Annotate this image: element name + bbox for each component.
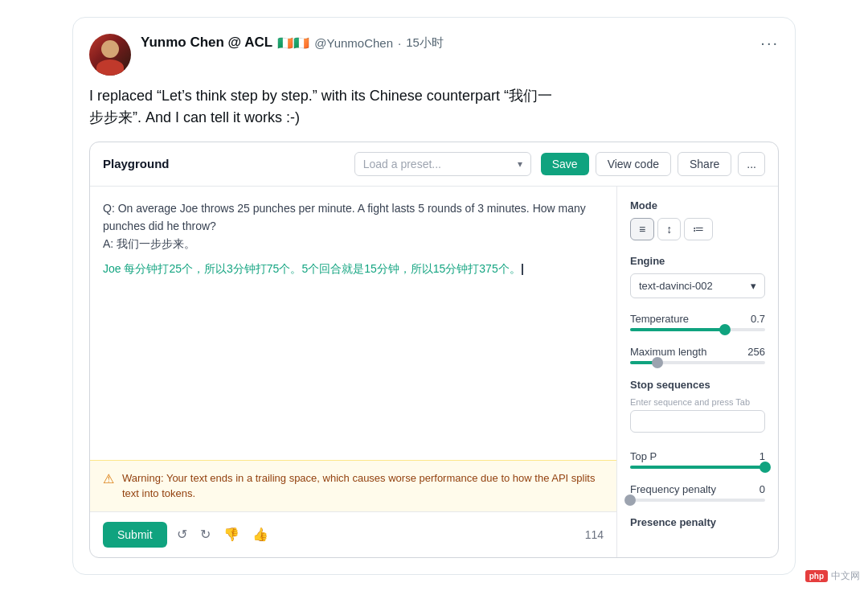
view-code-button[interactable]: View code — [596, 152, 671, 176]
temperature-row: Temperature 0.7 — [630, 313, 765, 325]
token-count: 114 — [585, 528, 604, 541]
php-logo: php — [805, 570, 828, 582]
top-p-label: Top P — [630, 450, 657, 462]
engine-section: Engine text-davinci-002 ▾ — [630, 255, 765, 298]
tweet-text: I replaced “Let’s think step by step.” w… — [89, 85, 779, 129]
avatar — [89, 34, 131, 76]
max-length-row: Maximum length 256 — [630, 346, 765, 358]
top-p-section: Top P 1 — [630, 450, 765, 469]
frequency-penalty-section: Frequency penalty 0 — [630, 483, 765, 502]
tweet-more-button[interactable]: ··· — [760, 34, 779, 52]
share-button[interactable]: Share — [678, 152, 731, 176]
engine-select[interactable]: text-davinci-002 ▾ — [630, 273, 765, 298]
watermark: php 中文网 — [805, 569, 860, 583]
engine-label: Engine — [630, 255, 765, 267]
playground-sidebar: Mode ≡ ↕ ≔ Engine text-davinci-002 ▾ — [617, 187, 778, 557]
author-flags: 🇮🇪🇮🇪 — [277, 35, 309, 51]
mode-insert-button[interactable]: ↕ — [657, 218, 681, 240]
completion-text: Joe 每分钟打25个，所以3分钟打75个。5个回合就是15分钟，所以15分钟打… — [103, 260, 604, 277]
frequency-penalty-value: 0 — [760, 483, 765, 495]
tweet-name-row: Yunmo Chen @ ACL 🇮🇪🇮🇪 @YunmoChen · 15小时 … — [141, 34, 779, 52]
mode-complete-button[interactable]: ≡ — [630, 218, 654, 240]
author-name: Yunmo Chen @ ACL — [141, 35, 272, 51]
temperature-fill — [630, 328, 725, 331]
tweet-separator: · — [398, 36, 401, 50]
save-button[interactable]: Save — [541, 153, 589, 175]
thumbs-up-icon[interactable]: 👍 — [252, 527, 268, 542]
prompt-area[interactable]: Q: On average Joe throws 25 punches per … — [90, 187, 616, 460]
completion-content: Joe 每分钟打25个，所以3分钟打75个。5个回合就是15分钟，所以15分钟打… — [103, 262, 521, 275]
preset-chevron-icon: ▾ — [518, 158, 522, 170]
site-name: 中文网 — [831, 569, 860, 583]
more-options-button[interactable]: ... — [738, 152, 765, 176]
warning-icon: ⚠ — [103, 471, 114, 486]
top-p-slider[interactable] — [630, 466, 765, 469]
preset-placeholder: Load a preset... — [363, 158, 441, 170]
text-cursor — [522, 264, 523, 275]
frequency-penalty-label: Frequency penalty — [630, 483, 716, 495]
warning-text: Warning: Your text ends in a trailing sp… — [122, 470, 604, 502]
stop-sequences-label: Stop sequences — [630, 379, 765, 391]
temperature-section: Temperature 0.7 — [630, 313, 765, 331]
playground-header: Playground Load a preset... ▾ Save View … — [90, 142, 778, 187]
tweet-header: Yunmo Chen @ ACL 🇮🇪🇮🇪 @YunmoChen · 15小时 … — [89, 34, 779, 76]
preset-select[interactable]: Load a preset... ▾ — [354, 152, 531, 176]
temperature-thumb[interactable] — [719, 324, 731, 335]
frequency-penalty-slider[interactable] — [630, 499, 765, 502]
tweet-text-line2: 步步来”. And I can tell it works :-) — [89, 109, 300, 125]
max-length-section: Maximum length 256 — [630, 346, 765, 364]
stop-sequences-input[interactable] — [630, 410, 765, 433]
frequency-penalty-thumb[interactable] — [624, 495, 636, 506]
header-buttons: Save View code Share ... — [541, 152, 765, 176]
presence-penalty-label: Presence penalty — [630, 516, 765, 528]
undo-icon[interactable]: ↺ — [177, 527, 187, 542]
playground-main: Q: On average Joe throws 25 punches per … — [90, 187, 617, 557]
max-length-label: Maximum length — [630, 346, 706, 358]
top-p-value: 1 — [760, 450, 765, 462]
prompt-text: Q: On average Joe throws 25 punches per … — [103, 199, 604, 253]
tweet-meta: Yunmo Chen @ ACL 🇮🇪🇮🇪 @YunmoChen · 15小时 … — [141, 34, 779, 52]
temperature-slider[interactable] — [630, 328, 765, 331]
warning-banner: ⚠ Warning: Your text ends in a trailing … — [90, 460, 616, 511]
redo-icon[interactable]: ↻ — [200, 527, 211, 542]
thumbs-down-icon[interactable]: 👎 — [223, 527, 240, 542]
max-length-thumb[interactable] — [652, 357, 663, 368]
top-p-row: Top P 1 — [630, 450, 765, 462]
stop-sequences-section: Stop sequences Enter sequence and press … — [630, 379, 765, 436]
top-p-thumb[interactable] — [760, 462, 771, 473]
temperature-label: Temperature — [630, 313, 689, 325]
author-handle[interactable]: @YunmoChen — [314, 36, 393, 50]
frequency-penalty-row: Frequency penalty 0 — [630, 483, 765, 495]
max-length-value: 256 — [747, 346, 765, 358]
mode-section: Mode ≡ ↕ ≔ — [630, 199, 765, 240]
mode-label: Mode — [630, 199, 765, 211]
engine-value: text-davinci-002 — [639, 280, 713, 292]
playground-title: Playground — [103, 157, 170, 170]
stop-sequences-hint: Enter sequence and press Tab — [630, 397, 765, 407]
mode-buttons: ≡ ↕ ≔ — [630, 218, 765, 240]
submit-button[interactable]: Submit — [103, 522, 167, 548]
playground-body: Q: On average Joe throws 25 punches per … — [90, 187, 778, 557]
top-p-fill — [630, 466, 765, 469]
playground-card: Playground Load a preset... ▾ Save View … — [89, 142, 779, 558]
engine-chevron-icon: ▾ — [751, 280, 756, 292]
footer-icons: ↺ ↻ 👎 👍 — [177, 527, 268, 542]
mode-edit-button[interactable]: ≔ — [684, 218, 713, 240]
temperature-value: 0.7 — [751, 313, 765, 325]
playground-footer: Submit ↺ ↻ 👎 👍 114 — [90, 511, 616, 557]
max-length-slider[interactable] — [630, 361, 765, 364]
tweet-time: 15小时 — [406, 35, 444, 51]
tweet-text-line1: I replaced “Let’s think step by step.” w… — [89, 88, 552, 104]
tweet-card: Yunmo Chen @ ACL 🇮🇪🇮🇪 @YunmoChen · 15小时 … — [72, 17, 796, 575]
presence-penalty-section: Presence penalty — [630, 516, 765, 528]
